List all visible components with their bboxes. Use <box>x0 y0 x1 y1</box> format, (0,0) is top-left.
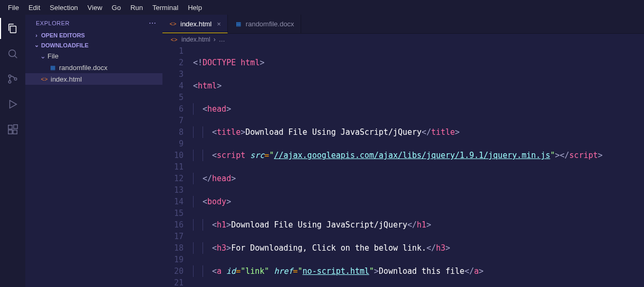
svg-rect-6 <box>13 130 17 134</box>
tab-randomfile[interactable]: ▦ randomfile.docx <box>228 15 301 33</box>
menu-run[interactable]: Run <box>126 2 148 13</box>
svg-point-3 <box>14 78 17 81</box>
crumb-sep: › <box>214 36 216 43</box>
svg-rect-5 <box>8 130 12 134</box>
crumb-more: … <box>219 36 225 43</box>
folder-file[interactable]: ⌄File <box>25 50 162 62</box>
code-text[interactable]: <!DOCTYPE html> <html> <head> <title>Dow… <box>193 45 644 287</box>
activitybar <box>0 15 25 287</box>
file-randomfile[interactable]: ▦randomfile.docx <box>25 62 162 73</box>
crumb-file: index.html <box>181 36 210 43</box>
explorer-icon[interactable] <box>0 18 25 39</box>
menu-view[interactable]: View <box>83 2 107 13</box>
sidebar: EXPLORER ⋯ ›OPEN EDITORS ⌄DOWNLOADFILE ⌄… <box>25 15 162 287</box>
file-label: randomfile.docx <box>59 64 108 72</box>
file-label: index.html <box>51 75 82 83</box>
search-icon[interactable] <box>0 43 25 64</box>
line-numbers: 123456789101112131415161718192021 <box>162 45 193 287</box>
docx-icon: ▦ <box>49 63 57 72</box>
svg-rect-7 <box>14 125 17 128</box>
docx-icon: ▦ <box>234 20 243 28</box>
open-editors-label: OPEN EDITORS <box>41 32 85 38</box>
tab-index-html[interactable]: <> index.html × <box>162 15 228 33</box>
sidebar-title: EXPLORER <box>36 20 70 26</box>
editor: <> index.html × ▦ randomfile.docx <> ind… <box>162 15 644 287</box>
svg-point-0 <box>9 50 16 57</box>
tab-label: randomfile.docx <box>246 20 294 28</box>
source-control-icon[interactable] <box>0 68 25 90</box>
svg-point-1 <box>8 75 11 77</box>
menu-selection[interactable]: Selection <box>45 2 82 13</box>
code-area[interactable]: 123456789101112131415161718192021 <!DOCT… <box>162 45 644 287</box>
html-icon: <> <box>170 35 178 44</box>
close-icon[interactable]: × <box>217 20 221 28</box>
extensions-icon[interactable] <box>0 119 25 140</box>
menu-file[interactable]: File <box>3 2 24 13</box>
menu-terminal[interactable]: Terminal <box>148 2 183 13</box>
html-icon: <> <box>169 19 177 28</box>
svg-rect-4 <box>8 125 12 129</box>
menu-edit[interactable]: Edit <box>24 2 45 13</box>
menu-help[interactable]: Help <box>183 2 207 13</box>
sidebar-more-icon[interactable]: ⋯ <box>149 19 157 27</box>
run-debug-icon[interactable] <box>0 94 25 115</box>
open-editors-section[interactable]: ›OPEN EDITORS <box>25 31 162 40</box>
html-icon: <> <box>40 75 49 83</box>
project-label: DOWNLOADFILE <box>41 42 89 48</box>
folder-label: File <box>47 52 59 60</box>
svg-point-2 <box>8 81 11 83</box>
breadcrumbs[interactable]: <> index.html › … <box>162 34 644 45</box>
menubar: File Edit Selection View Go Run Terminal… <box>0 0 644 15</box>
tab-label: index.html <box>180 20 212 28</box>
menu-go[interactable]: Go <box>107 2 126 13</box>
file-index-html[interactable]: <>index.html <box>25 73 162 85</box>
tab-bar: <> index.html × ▦ randomfile.docx <box>162 15 644 34</box>
project-section[interactable]: ⌄DOWNLOADFILE <box>25 40 162 50</box>
